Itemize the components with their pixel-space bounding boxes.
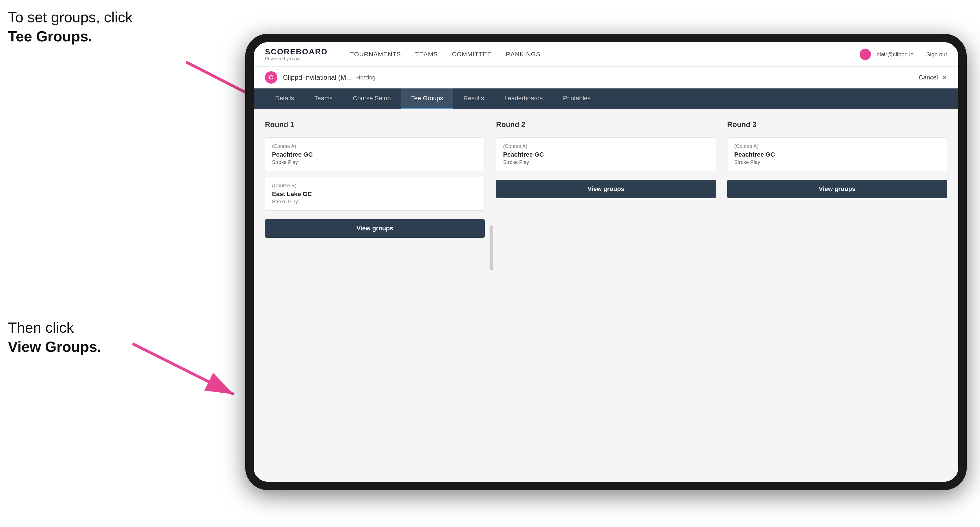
- round-3-course-a-card: (Course A) Peachtree GC Stroke Play: [727, 138, 947, 171]
- instruction-top-bold: Tee Groups.: [8, 28, 92, 44]
- logo-text: SCOREBOARD: [265, 47, 328, 56]
- tab-results[interactable]: Results: [453, 89, 494, 109]
- logo-area: SCOREBOARD Powered by clippit: [265, 47, 328, 61]
- separator: |: [919, 51, 921, 58]
- nav-links: TOURNAMENTS TEAMS COMMITTEE RANKINGS: [350, 51, 843, 58]
- round-2-course-a-format: Stroke Play: [503, 159, 709, 165]
- tab-leaderboards[interactable]: Leaderboards: [494, 89, 553, 109]
- instruction-top-line1: To set groups, click: [8, 9, 132, 25]
- tablet-device: SCOREBOARD Powered by clippit TOURNAMENT…: [245, 34, 967, 490]
- nav-rankings[interactable]: RANKINGS: [506, 51, 541, 58]
- round-3-title: Round 3: [727, 120, 947, 129]
- round-1-title: Round 1: [265, 120, 485, 129]
- instruction-bottom: Then click View Groups.: [8, 318, 101, 356]
- round-2-view-groups-button[interactable]: View groups: [496, 180, 716, 198]
- user-email: blair@clippd.io: [877, 51, 913, 58]
- round-1-course-b-name: East Lake GC: [272, 190, 478, 198]
- nav-right: blair@clippd.io | Sign out: [860, 49, 947, 60]
- round-1-course-a-name: Peachtree GC: [272, 151, 478, 158]
- nav-teams[interactable]: TEAMS: [415, 51, 438, 58]
- tab-course-setup[interactable]: Course Setup: [343, 89, 401, 109]
- round-1-course-a-format: Stroke Play: [272, 159, 478, 165]
- round-1-course-a-label: (Course A): [272, 143, 478, 149]
- round-3-course-a-format: Stroke Play: [734, 159, 940, 165]
- round-1-column: Round 1 (Course A) Peachtree GC Stroke P…: [265, 120, 485, 238]
- nav-committee[interactable]: COMMITTEE: [452, 51, 492, 58]
- top-navigation: SCOREBOARD Powered by clippit TOURNAMENT…: [254, 42, 958, 67]
- rounds-grid: Round 1 (Course A) Peachtree GC Stroke P…: [265, 120, 947, 238]
- instruction-bottom-line1: Then click: [8, 319, 74, 336]
- logo-sub: Powered by clippit: [265, 56, 328, 61]
- round-3-course-a-label: (Course A): [734, 143, 940, 149]
- content-area: Round 1 (Course A) Peachtree GC Stroke P…: [254, 109, 958, 482]
- tablet-button: [490, 225, 493, 270]
- round-1-course-b-card: (Course B) East Lake GC Stroke Play: [265, 177, 485, 211]
- round-1-course-a-card: (Course A) Peachtree GC Stroke Play: [265, 138, 485, 171]
- cancel-button[interactable]: Cancel ✕: [918, 74, 947, 81]
- round-2-column: Round 2 (Course A) Peachtree GC Stroke P…: [496, 120, 716, 238]
- instruction-bottom-bold: View Groups.: [8, 338, 101, 355]
- tournament-logo: C: [265, 71, 277, 84]
- tab-teams[interactable]: Teams: [304, 89, 343, 109]
- round-1-course-b-format: Stroke Play: [272, 199, 478, 205]
- nav-tournaments[interactable]: TOURNAMENTS: [350, 51, 401, 58]
- tablet-screen: SCOREBOARD Powered by clippit TOURNAMENT…: [254, 42, 958, 482]
- round-3-view-groups-button[interactable]: View groups: [727, 180, 947, 198]
- instruction-top: To set groups, click Tee Groups.: [8, 8, 132, 46]
- user-avatar: [860, 49, 871, 60]
- cancel-x-icon: ✕: [942, 74, 947, 81]
- sign-out-link[interactable]: Sign out: [926, 51, 947, 58]
- svg-line-3: [132, 344, 234, 394]
- tab-tee-groups[interactable]: Tee Groups: [401, 89, 453, 109]
- tournament-subnav: C Clippd Invitational (M... Hosting Canc…: [254, 67, 958, 89]
- round-1-course-b-label: (Course B): [272, 183, 478, 189]
- round-2-course-a-card: (Course A) Peachtree GC Stroke Play: [496, 138, 716, 171]
- arrow-view-groups: [110, 321, 262, 411]
- tab-navigation: Details Teams Course Setup Tee Groups Re…: [254, 89, 958, 109]
- tab-printables[interactable]: Printables: [553, 89, 601, 109]
- tournament-name: Clippd Invitational (M...: [283, 73, 352, 81]
- round-2-course-a-label: (Course A): [503, 143, 709, 149]
- round-3-course-a-name: Peachtree GC: [734, 151, 940, 158]
- tab-details[interactable]: Details: [265, 89, 304, 109]
- round-2-course-a-name: Peachtree GC: [503, 151, 709, 158]
- hosting-badge: Hosting: [356, 75, 375, 81]
- round-2-title: Round 2: [496, 120, 716, 129]
- round-3-column: Round 3 (Course A) Peachtree GC Stroke P…: [727, 120, 947, 238]
- round-1-view-groups-button[interactable]: View groups: [265, 219, 485, 238]
